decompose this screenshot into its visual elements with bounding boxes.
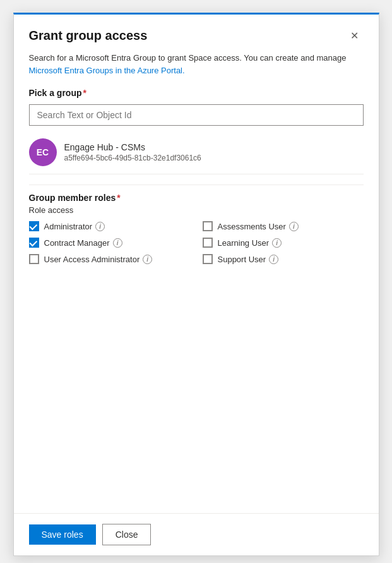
user-access-administrator-info-icon[interactable]: i <box>143 255 152 264</box>
divider <box>29 185 364 185</box>
role-item-contract-manager: Contract Manager i <box>29 238 190 248</box>
description-text: Search for a Microsoft Entra Group to gr… <box>29 52 364 76</box>
user-access-administrator-label: User Access Administrator <box>44 255 140 264</box>
assessments-user-label-group: Assessments User i <box>218 222 299 231</box>
role-item-learning-user: Learning User i <box>203 238 364 248</box>
support-user-info-icon[interactable]: i <box>269 255 278 264</box>
group-id: a5ffe694-5bc6-49d5-81cb-32e1df3061c6 <box>64 154 364 162</box>
contract-manager-label: Contract Manager <box>44 238 110 248</box>
learning-user-checkbox[interactable] <box>203 238 213 248</box>
learning-user-label-group: Learning User i <box>218 238 282 248</box>
group-info: Engage Hub - CSMs a5ffe694-5bc6-49d5-81c… <box>64 142 364 162</box>
contract-manager-label-group: Contract Manager i <box>44 238 122 248</box>
group-member-roles-label: Group member roles* <box>29 193 364 203</box>
group-name: Engage Hub - CSMs <box>64 142 364 152</box>
support-user-checkbox[interactable] <box>203 254 213 264</box>
user-access-administrator-label-group: User Access Administrator i <box>44 255 153 264</box>
support-user-label-group: Support User i <box>218 255 279 264</box>
role-access-label: Role access <box>29 205 364 215</box>
pick-group-label: Pick a group* <box>29 88 364 98</box>
contract-manager-info-icon[interactable]: i <box>113 238 122 248</box>
learning-user-info-icon[interactable]: i <box>272 238 282 248</box>
role-item-administrator: Administrator i <box>29 221 190 231</box>
administrator-checkbox[interactable] <box>29 221 39 231</box>
selected-group-item: EC Engage Hub - CSMs a5ffe694-5bc6-49d5-… <box>29 131 364 174</box>
modal-footer: Save roles Close <box>14 513 379 555</box>
learning-user-label: Learning User <box>218 238 270 248</box>
role-item-support-user: Support User i <box>203 254 364 264</box>
assessments-user-checkbox[interactable] <box>203 221 213 231</box>
search-input[interactable] <box>29 104 364 126</box>
close-button[interactable]: Close <box>102 524 151 545</box>
contract-manager-checkbox[interactable] <box>29 238 39 248</box>
modal-title: Grant group access <box>29 28 148 43</box>
assessments-user-label: Assessments User <box>218 222 286 231</box>
grant-group-access-modal: Grant group access ✕ Search for a Micros… <box>13 13 379 556</box>
administrator-info-icon[interactable]: i <box>95 222 105 231</box>
support-user-label: Support User <box>218 255 266 264</box>
modal-header: Grant group access ✕ <box>14 15 379 52</box>
roles-required-indicator: * <box>117 193 120 203</box>
administrator-label: Administrator <box>44 222 93 231</box>
close-icon-button[interactable]: ✕ <box>345 27 364 44</box>
role-item-assessments-user: Assessments User i <box>203 221 364 231</box>
roles-grid: Administrator i Assessments User i Contr… <box>29 221 364 264</box>
save-roles-button[interactable]: Save roles <box>29 524 96 545</box>
group-avatar: EC <box>29 138 57 166</box>
modal-body: Search for a Microsoft Entra Group to gr… <box>14 52 379 513</box>
required-indicator: * <box>83 88 86 98</box>
azure-portal-link[interactable]: Microsoft Entra Groups in the Azure Port… <box>29 66 185 75</box>
administrator-label-group: Administrator i <box>44 222 105 231</box>
user-access-administrator-checkbox[interactable] <box>29 254 39 264</box>
role-item-user-access-administrator: User Access Administrator i <box>29 254 190 264</box>
assessments-user-info-icon[interactable]: i <box>289 222 299 231</box>
